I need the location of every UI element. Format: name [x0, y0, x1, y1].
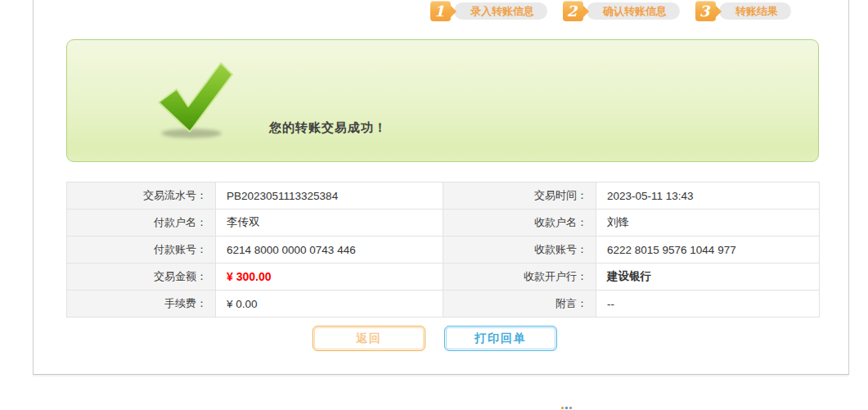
- table-row: 交易金额： ¥ 300.00 收款开户行： 建设银行: [67, 264, 820, 291]
- table-row: 付款账号： 6214 8000 0000 0743 446 收款账号： 6222…: [67, 237, 820, 264]
- step-number: 2: [567, 4, 580, 19]
- field-value-payee-name: 刘锋: [596, 210, 820, 237]
- field-label-amount: 交易金额：: [67, 264, 216, 291]
- step-3-badge-icon: 3: [695, 1, 716, 21]
- content-panel: 1 录入转账信息 2 确认转账信息 3 转账结果: [33, 0, 849, 375]
- step-label: 转账结果: [719, 2, 791, 20]
- step-confirm-info: 2 确认转账信息: [563, 1, 680, 21]
- field-value-payee-bank: 建设银行: [596, 264, 820, 291]
- step-1-badge-icon: 1: [430, 1, 451, 21]
- field-label-serial: 交易流水号：: [67, 182, 216, 210]
- field-value-payee-acct: 6222 8015 9576 1044 977: [596, 237, 820, 264]
- step-number: 1: [434, 4, 447, 19]
- field-label-remark: 附言：: [443, 291, 596, 318]
- step-label: 录入转账信息: [454, 2, 547, 20]
- field-label-fee: 手续费：: [67, 291, 216, 318]
- field-label-payer-acct: 付款账号：: [67, 237, 216, 264]
- print-receipt-button[interactable]: 打印回单: [444, 326, 557, 351]
- field-label-payee-bank: 收款开户行：: [443, 264, 596, 291]
- step-number: 3: [699, 4, 713, 19]
- table-row: 交易流水号： PB2023051113325384 交易时间： 2023-05-…: [67, 182, 820, 210]
- field-value-payer-name: 李传双: [216, 210, 443, 237]
- table-row: 手续费： ¥ 0.00 附言： --: [67, 291, 820, 318]
- field-value-time: 2023-05-11 13:43: [596, 182, 820, 210]
- back-button[interactable]: 返回: [313, 326, 425, 351]
- step-enter-info: 1 录入转账信息: [430, 1, 547, 21]
- field-label-payee-name: 收款户名：: [443, 210, 596, 237]
- field-value-amount: ¥ 300.00: [216, 264, 443, 291]
- field-label-time: 交易时间：: [443, 182, 596, 210]
- field-value-fee: ¥ 0.00: [216, 291, 443, 318]
- transaction-details-table: 交易流水号： PB2023051113325384 交易时间： 2023-05-…: [66, 182, 820, 318]
- step-label: 确认转账信息: [587, 2, 680, 20]
- transfer-result-page: 1 录入转账信息 2 确认转账信息 3 转账结果: [0, 0, 868, 410]
- transfer-steps: 1 录入转账信息 2 确认转账信息 3 转账结果: [430, 1, 791, 21]
- table-row: 付款户名： 李传双 收款户名： 刘锋: [67, 210, 820, 237]
- field-value-remark: --: [596, 291, 820, 318]
- field-value-serial: PB2023051113325384: [216, 182, 443, 210]
- action-buttons: 返回 打印回单: [313, 326, 557, 351]
- step-2-badge-icon: 2: [563, 1, 583, 21]
- cutoff-footer-artifact: [561, 407, 572, 409]
- success-message: 您的转账交易成功！: [269, 120, 387, 136]
- success-check-icon: [149, 60, 239, 142]
- success-banner: 您的转账交易成功！: [66, 39, 819, 162]
- step-result: 3 转账结果: [695, 1, 791, 21]
- field-label-payee-acct: 收款账号：: [443, 237, 596, 264]
- field-value-payer-acct: 6214 8000 0000 0743 446: [216, 237, 443, 264]
- field-label-payer-name: 付款户名：: [67, 210, 216, 237]
